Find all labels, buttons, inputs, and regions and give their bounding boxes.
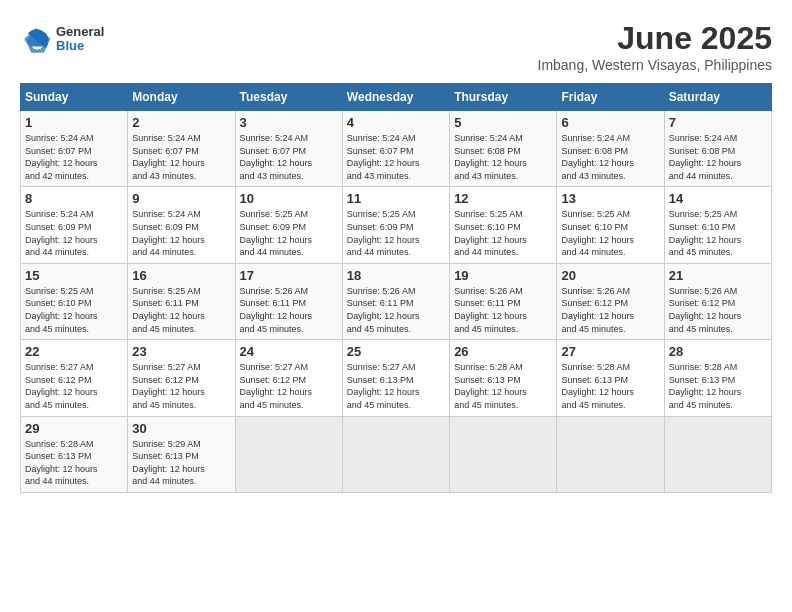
day-number: 29 <box>25 421 123 436</box>
logo-general: General Blue <box>56 20 116 61</box>
day-info: Sunrise: 5:29 AM Sunset: 6:13 PM Dayligh… <box>132 438 230 488</box>
day-info: Sunrise: 5:24 AM Sunset: 6:08 PM Dayligh… <box>561 132 659 182</box>
day-info: Sunrise: 5:28 AM Sunset: 6:13 PM Dayligh… <box>454 361 552 411</box>
svg-text:Blue: Blue <box>56 38 84 53</box>
day-info: Sunrise: 5:26 AM Sunset: 6:11 PM Dayligh… <box>240 285 338 335</box>
calendar-cell: 27Sunrise: 5:28 AM Sunset: 6:13 PM Dayli… <box>557 340 664 416</box>
calendar-cell: 22Sunrise: 5:27 AM Sunset: 6:12 PM Dayli… <box>21 340 128 416</box>
calendar-cell: 3Sunrise: 5:24 AM Sunset: 6:07 PM Daylig… <box>235 111 342 187</box>
day-number: 10 <box>240 191 338 206</box>
calendar-cell: 2Sunrise: 5:24 AM Sunset: 6:07 PM Daylig… <box>128 111 235 187</box>
calendar-cell: 10Sunrise: 5:25 AM Sunset: 6:09 PM Dayli… <box>235 187 342 263</box>
day-info: Sunrise: 5:25 AM Sunset: 6:10 PM Dayligh… <box>25 285 123 335</box>
day-info: Sunrise: 5:24 AM Sunset: 6:09 PM Dayligh… <box>132 208 230 258</box>
calendar-cell <box>450 416 557 492</box>
calendar-cell: 13Sunrise: 5:25 AM Sunset: 6:10 PM Dayli… <box>557 187 664 263</box>
day-number: 15 <box>25 268 123 283</box>
calendar-cell: 17Sunrise: 5:26 AM Sunset: 6:11 PM Dayli… <box>235 263 342 339</box>
day-number: 28 <box>669 344 767 359</box>
calendar-cell: 8Sunrise: 5:24 AM Sunset: 6:09 PM Daylig… <box>21 187 128 263</box>
calendar-week-1: 8Sunrise: 5:24 AM Sunset: 6:09 PM Daylig… <box>21 187 772 263</box>
day-info: Sunrise: 5:25 AM Sunset: 6:10 PM Dayligh… <box>561 208 659 258</box>
day-info: Sunrise: 5:24 AM Sunset: 6:08 PM Dayligh… <box>454 132 552 182</box>
day-info: Sunrise: 5:25 AM Sunset: 6:10 PM Dayligh… <box>669 208 767 258</box>
day-number: 5 <box>454 115 552 130</box>
calendar-body: 1Sunrise: 5:24 AM Sunset: 6:07 PM Daylig… <box>21 111 772 493</box>
day-number: 12 <box>454 191 552 206</box>
calendar-cell: 1Sunrise: 5:24 AM Sunset: 6:07 PM Daylig… <box>21 111 128 187</box>
day-number: 19 <box>454 268 552 283</box>
day-number: 30 <box>132 421 230 436</box>
day-info: Sunrise: 5:26 AM Sunset: 6:11 PM Dayligh… <box>347 285 445 335</box>
location-subtitle: Imbang, Western Visayas, Philippines <box>538 57 773 73</box>
logo-icon <box>20 24 52 56</box>
calendar-cell: 6Sunrise: 5:24 AM Sunset: 6:08 PM Daylig… <box>557 111 664 187</box>
calendar-cell: 9Sunrise: 5:24 AM Sunset: 6:09 PM Daylig… <box>128 187 235 263</box>
calendar-week-4: 29Sunrise: 5:28 AM Sunset: 6:13 PM Dayli… <box>21 416 772 492</box>
day-info: Sunrise: 5:24 AM Sunset: 6:07 PM Dayligh… <box>132 132 230 182</box>
day-info: Sunrise: 5:24 AM Sunset: 6:08 PM Dayligh… <box>669 132 767 182</box>
svg-text:General: General <box>56 24 104 39</box>
calendar-week-0: 1Sunrise: 5:24 AM Sunset: 6:07 PM Daylig… <box>21 111 772 187</box>
day-info: Sunrise: 5:28 AM Sunset: 6:13 PM Dayligh… <box>669 361 767 411</box>
day-number: 22 <box>25 344 123 359</box>
day-number: 6 <box>561 115 659 130</box>
calendar-cell: 12Sunrise: 5:25 AM Sunset: 6:10 PM Dayli… <box>450 187 557 263</box>
calendar-cell: 4Sunrise: 5:24 AM Sunset: 6:07 PM Daylig… <box>342 111 449 187</box>
calendar-cell: 28Sunrise: 5:28 AM Sunset: 6:13 PM Dayli… <box>664 340 771 416</box>
calendar-cell: 16Sunrise: 5:25 AM Sunset: 6:11 PM Dayli… <box>128 263 235 339</box>
calendar-cell: 25Sunrise: 5:27 AM Sunset: 6:13 PM Dayli… <box>342 340 449 416</box>
day-number: 3 <box>240 115 338 130</box>
day-number: 1 <box>25 115 123 130</box>
day-number: 13 <box>561 191 659 206</box>
day-info: Sunrise: 5:27 AM Sunset: 6:12 PM Dayligh… <box>240 361 338 411</box>
day-info: Sunrise: 5:25 AM Sunset: 6:09 PM Dayligh… <box>240 208 338 258</box>
weekday-header-friday: Friday <box>557 84 664 111</box>
day-number: 20 <box>561 268 659 283</box>
weekday-header-tuesday: Tuesday <box>235 84 342 111</box>
day-number: 18 <box>347 268 445 283</box>
day-info: Sunrise: 5:25 AM Sunset: 6:11 PM Dayligh… <box>132 285 230 335</box>
weekday-header-saturday: Saturday <box>664 84 771 111</box>
calendar-cell <box>664 416 771 492</box>
calendar-cell: 19Sunrise: 5:26 AM Sunset: 6:11 PM Dayli… <box>450 263 557 339</box>
weekday-header-row: SundayMondayTuesdayWednesdayThursdayFrid… <box>21 84 772 111</box>
day-number: 26 <box>454 344 552 359</box>
weekday-header-thursday: Thursday <box>450 84 557 111</box>
calendar-cell: 23Sunrise: 5:27 AM Sunset: 6:12 PM Dayli… <box>128 340 235 416</box>
day-info: Sunrise: 5:24 AM Sunset: 6:07 PM Dayligh… <box>25 132 123 182</box>
calendar-cell: 21Sunrise: 5:26 AM Sunset: 6:12 PM Dayli… <box>664 263 771 339</box>
day-info: Sunrise: 5:24 AM Sunset: 6:07 PM Dayligh… <box>240 132 338 182</box>
day-number: 23 <box>132 344 230 359</box>
calendar-cell: 5Sunrise: 5:24 AM Sunset: 6:08 PM Daylig… <box>450 111 557 187</box>
day-info: Sunrise: 5:25 AM Sunset: 6:09 PM Dayligh… <box>347 208 445 258</box>
day-info: Sunrise: 5:27 AM Sunset: 6:12 PM Dayligh… <box>25 361 123 411</box>
day-info: Sunrise: 5:24 AM Sunset: 6:07 PM Dayligh… <box>347 132 445 182</box>
day-number: 21 <box>669 268 767 283</box>
calendar-cell: 26Sunrise: 5:28 AM Sunset: 6:13 PM Dayli… <box>450 340 557 416</box>
day-info: Sunrise: 5:28 AM Sunset: 6:13 PM Dayligh… <box>25 438 123 488</box>
calendar-cell <box>342 416 449 492</box>
calendar-cell: 30Sunrise: 5:29 AM Sunset: 6:13 PM Dayli… <box>128 416 235 492</box>
day-number: 27 <box>561 344 659 359</box>
day-number: 11 <box>347 191 445 206</box>
weekday-header-wednesday: Wednesday <box>342 84 449 111</box>
day-number: 24 <box>240 344 338 359</box>
calendar-table: SundayMondayTuesdayWednesdayThursdayFrid… <box>20 83 772 493</box>
day-info: Sunrise: 5:26 AM Sunset: 6:11 PM Dayligh… <box>454 285 552 335</box>
month-title: June 2025 <box>538 20 773 57</box>
weekday-header-sunday: Sunday <box>21 84 128 111</box>
calendar-cell: 24Sunrise: 5:27 AM Sunset: 6:12 PM Dayli… <box>235 340 342 416</box>
day-info: Sunrise: 5:26 AM Sunset: 6:12 PM Dayligh… <box>669 285 767 335</box>
calendar-cell: 14Sunrise: 5:25 AM Sunset: 6:10 PM Dayli… <box>664 187 771 263</box>
day-number: 8 <box>25 191 123 206</box>
day-number: 4 <box>347 115 445 130</box>
day-info: Sunrise: 5:24 AM Sunset: 6:09 PM Dayligh… <box>25 208 123 258</box>
calendar-cell: 15Sunrise: 5:25 AM Sunset: 6:10 PM Dayli… <box>21 263 128 339</box>
title-block: June 2025 Imbang, Western Visayas, Phili… <box>538 20 773 73</box>
calendar-week-3: 22Sunrise: 5:27 AM Sunset: 6:12 PM Dayli… <box>21 340 772 416</box>
calendar-week-2: 15Sunrise: 5:25 AM Sunset: 6:10 PM Dayli… <box>21 263 772 339</box>
day-info: Sunrise: 5:26 AM Sunset: 6:12 PM Dayligh… <box>561 285 659 335</box>
day-number: 2 <box>132 115 230 130</box>
calendar-cell: 29Sunrise: 5:28 AM Sunset: 6:13 PM Dayli… <box>21 416 128 492</box>
